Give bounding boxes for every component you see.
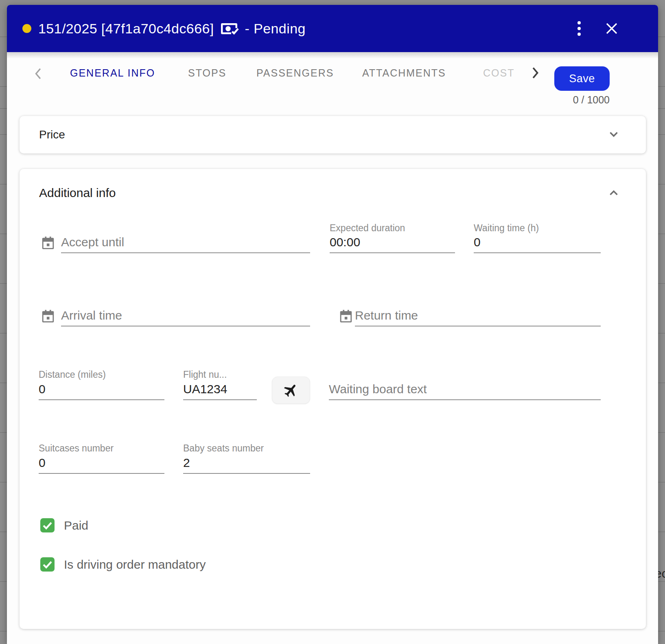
close-button[interactable] <box>604 21 619 36</box>
price-section-title: Price <box>39 128 65 141</box>
calendar-icon[interactable] <box>339 309 353 325</box>
checkbox-checked-icon <box>40 557 55 572</box>
tab-general-info[interactable]: GENERAL INFO <box>70 67 155 79</box>
tab-stops[interactable]: STOPS <box>188 67 226 79</box>
arrival-time-input[interactable] <box>61 309 310 326</box>
tab-attachments[interactable]: ATTACHMENTS <box>362 67 446 79</box>
additional-info-collapse-button[interactable] <box>607 186 621 201</box>
page-background: ec 151/2025 [47f1a70c4dc666] - Pending <box>0 0 665 644</box>
distance-input[interactable] <box>39 382 164 400</box>
paid-checkbox[interactable]: Paid <box>40 518 88 532</box>
calendar-icon[interactable] <box>41 236 55 252</box>
return-time-input[interactable] <box>355 309 601 326</box>
additional-info-section: Additional info Expected duration Waitin… <box>20 169 646 629</box>
tabs-scroll-left-button[interactable] <box>32 67 44 81</box>
dialog-title: 151/2025 [47f1a70c4dc666] <box>38 21 214 37</box>
chevron-up-icon <box>607 186 621 200</box>
tabs-scroll-right-button[interactable] <box>529 66 541 80</box>
chevron-down-icon <box>607 127 621 141</box>
price-section-header[interactable]: Price <box>20 116 646 153</box>
waiting-time-input[interactable] <box>474 235 601 253</box>
tab-cost[interactable]: COST <box>483 67 514 79</box>
dialog-titlebar: 151/2025 [47f1a70c4dc666] - Pending <box>7 5 658 52</box>
expected-duration-input[interactable] <box>330 235 455 253</box>
kebab-menu-button[interactable] <box>577 20 582 37</box>
driving-order-mandatory-label: Is driving order mandatory <box>64 558 206 572</box>
expected-duration-label: Expected duration <box>330 223 405 234</box>
flight-number-input[interactable] <box>183 382 257 400</box>
additional-info-title: Additional info <box>39 186 116 200</box>
waiting-board-text-input[interactable] <box>329 382 601 400</box>
save-button[interactable]: Save <box>554 66 610 91</box>
flight-number-label: Flight nu... <box>183 369 227 380</box>
distance-label: Distance (miles) <box>39 369 106 380</box>
paid-checkbox-label: Paid <box>64 519 88 532</box>
status-dot-icon <box>22 24 31 33</box>
tab-passengers[interactable]: PASSENGERS <box>256 67 334 79</box>
chevron-left-icon <box>32 67 44 81</box>
close-icon <box>604 21 619 36</box>
airplane-icon <box>280 379 302 401</box>
baby-seats-number-input[interactable] <box>183 456 310 474</box>
suitcases-number-label: Suitcases number <box>39 443 114 454</box>
accept-until-input[interactable] <box>61 235 310 253</box>
kebab-menu-icon <box>577 20 582 37</box>
waiting-time-label: Waiting time (h) <box>474 223 539 234</box>
baby-seats-number-label: Baby seats number <box>183 443 264 454</box>
character-counter: 0 / 1000 <box>573 94 610 106</box>
flight-lookup-button[interactable] <box>272 377 310 404</box>
calendar-icon[interactable] <box>41 309 55 325</box>
tab-bar: GENERAL INFO STOPS PASSENGERS ATTACHMENT… <box>7 52 658 98</box>
price-check-icon <box>221 22 239 37</box>
dialog-status: - Pending <box>245 21 306 37</box>
suitcases-number-input[interactable] <box>39 456 164 474</box>
price-expand-button[interactable] <box>607 127 621 142</box>
checkbox-checked-icon <box>40 518 55 532</box>
chevron-right-icon <box>529 66 541 80</box>
booking-dialog: 151/2025 [47f1a70c4dc666] - Pending <box>7 5 658 644</box>
driving-order-mandatory-checkbox[interactable]: Is driving order mandatory <box>40 557 206 572</box>
